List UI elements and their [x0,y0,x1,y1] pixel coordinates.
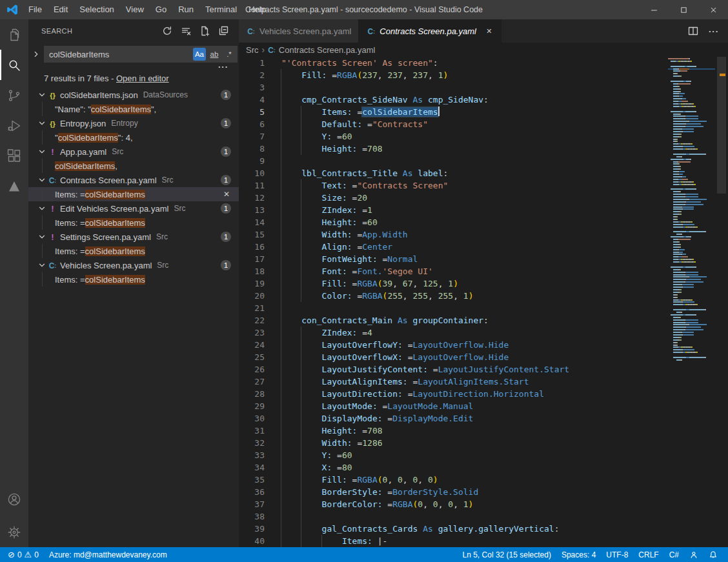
search-match-row[interactable]: "colSidebarItems": 4, [28,130,239,145]
breadcrumb-folder[interactable]: Src [246,45,259,55]
activity-run-and-debug-run-debug-icon[interactable] [0,110,28,141]
code-line[interactable]: 17FontWeight: =Normal [239,253,728,265]
code-line[interactable]: 20Color: =RGBA(255, 255, 255, 1) [239,290,728,302]
toggle-replace-chevron-icon[interactable] [30,46,42,63]
code-line[interactable]: 32Width: =1286 [239,437,728,449]
menu-item-terminal[interactable]: Terminal [199,0,243,19]
tab-vehicles-screen-pa-yaml[interactable]: C:Vehicles Screen.pa.yaml [239,19,359,43]
status-notifications[interactable] [703,547,723,562]
line-number[interactable]: 9 [239,155,265,167]
code-line[interactable]: 29LayoutMode: =LayoutMode.Manual [239,400,728,412]
chevron-down-icon[interactable] [37,119,47,128]
search-match-row[interactable]: Items: =colSidebarItems✕ [28,187,239,201]
code-line[interactable]: 21 [239,302,728,314]
line-number[interactable]: 10 [239,167,265,179]
code-line[interactable]: 11Text: ="Contracts Screen" [239,179,728,192]
line-number[interactable]: 8 [239,143,265,155]
menu-item-edit[interactable]: Edit [48,0,74,19]
activity-search-search-icon[interactable] [0,50,28,80]
code-line[interactable]: 35Fill: =RGBA(0, 0, 0, 0) [239,474,728,486]
search-result-file-row[interactable]: !Edit Vehicles Screen.pa.yamlSrc1 [28,201,239,216]
code-line[interactable]: 8Height: =708 [239,143,728,155]
code-line[interactable]: 38 [239,510,728,523]
search-match-row[interactable]: Items: =colSidebarItems [28,272,239,286]
menu-item-selection[interactable]: Selection [74,0,119,19]
search-result-file-row[interactable]: !App.pa.yamlSrc1 [28,145,239,159]
line-number[interactable]: 15 [239,228,265,241]
code-line[interactable]: 39gal_Contracts_Cards As gallery.gallery… [239,523,728,535]
search-match-row[interactable]: Items: =colSidebarItems [28,244,239,258]
search-match-row[interactable]: "Name": "colSidebarItems", [28,102,239,116]
chevron-down-icon[interactable] [37,176,47,185]
search-result-file-row[interactable]: C:Contracts Screen.pa.yamlSrc1 [28,173,239,187]
chevron-down-icon[interactable] [37,232,47,241]
minimize-button[interactable] [639,0,669,19]
status-cursor-position[interactable]: Ln 5, Col 32 (15 selected) [458,547,556,562]
line-number[interactable]: 20 [239,290,265,302]
code-line[interactable]: 23ZIndex: =4 [239,326,728,339]
maximize-button[interactable] [669,0,698,19]
activity-manage-settings-gear-icon[interactable] [0,517,28,547]
line-number[interactable]: 17 [239,253,265,265]
refresh-refresh-icon[interactable] [161,25,174,37]
code-line[interactable]: 5Items: =colSidebarItems [239,106,728,118]
menu-item-file[interactable]: File [23,0,48,19]
line-number[interactable]: 25 [239,351,265,363]
toggle-search-details[interactable]: ··· [218,62,228,72]
line-number[interactable]: 30 [239,412,265,425]
line-number[interactable]: 33 [239,449,265,461]
breadcrumb-file[interactable]: Contracts Screen.pa.yaml [279,45,376,55]
match-case-option[interactable]: Aa [193,48,206,61]
code-line[interactable]: 15Width: =App.Width [239,228,728,241]
line-number[interactable]: 19 [239,277,265,290]
activity-explorer-explorer-icon[interactable] [0,19,28,50]
code-line[interactable]: 24LayoutOverflowY: =LayoutOverflow.Hide [239,339,728,351]
line-number[interactable]: 14 [239,216,265,228]
activity-source-control-source-control-icon[interactable] [0,80,28,110]
line-number[interactable]: 23 [239,326,265,339]
chevron-down-icon[interactable] [37,204,47,213]
clear-search-results-clear-results-icon[interactable] [179,25,192,37]
code-line[interactable]: 19Fill: =RGBA(39, 67, 125, 1) [239,277,728,290]
split-editor-icon[interactable] [688,26,698,36]
menu-item-view[interactable]: View [120,0,150,19]
line-number[interactable]: 27 [239,376,265,388]
code-line[interactable]: 31Height: =708 [239,425,728,437]
code-line[interactable]: 34X: =80 [239,461,728,474]
line-number[interactable]: 32 [239,437,265,449]
code-line[interactable]: 40Items: |- [239,535,728,547]
line-number[interactable]: 16 [239,241,265,253]
line-number[interactable]: 24 [239,339,265,351]
open-in-editor-link[interactable]: Open in editor [116,74,169,83]
status-indentation[interactable]: Spaces: 4 [556,547,601,562]
editor-more-actions[interactable]: ··· [709,26,719,36]
code-line[interactable]: 3 [239,81,728,94]
line-number[interactable]: 28 [239,388,265,400]
chevron-down-icon[interactable] [37,147,47,156]
code-line[interactable]: 27LayoutAlignItems: =LayoutAlignItems.St… [239,376,728,388]
code-line[interactable]: 26LayoutJustifyContent: =LayoutJustifyCo… [239,363,728,376]
line-number[interactable]: 7 [239,130,265,143]
dismiss-match-icon[interactable]: ✕ [223,187,230,201]
search-result-file-row[interactable]: C:Vehicles Screen.pa.yamlSrc1 [28,258,239,272]
menu-item-go[interactable]: Go [150,0,172,19]
line-number[interactable]: 39 [239,523,265,535]
line-number[interactable]: 1 [239,57,265,69]
code-line[interactable]: 36BorderStyle: =BorderStyle.Solid [239,486,728,498]
close-tab-icon[interactable]: ✕ [484,27,494,35]
code-line[interactable]: 13ZIndex: =1 [239,204,728,216]
code-line[interactable]: 9 [239,155,728,167]
code-line[interactable]: 16Align: =Center [239,241,728,253]
code-line[interactable]: 37BorderColor: =RGBA(0, 0, 0, 1) [239,498,728,510]
line-number[interactable]: 35 [239,474,265,486]
code-line[interactable]: 1"'Contracts Screen' As screen": [239,57,728,69]
search-match-row[interactable]: colSidebarItems, [28,159,239,173]
line-number[interactable]: 26 [239,363,265,376]
chevron-down-icon[interactable] [37,90,47,99]
status-azure-account[interactable]: Azure: md@matthewdevaney.com [44,547,172,562]
line-number[interactable]: 37 [239,498,265,510]
search-result-file-row[interactable]: !Settings Screen.pa.yamlSrc1 [28,230,239,244]
code-line[interactable]: 10lbl_Contracts_Title As label: [239,167,728,179]
line-number[interactable]: 2 [239,69,265,81]
line-number[interactable]: 40 [239,535,265,547]
